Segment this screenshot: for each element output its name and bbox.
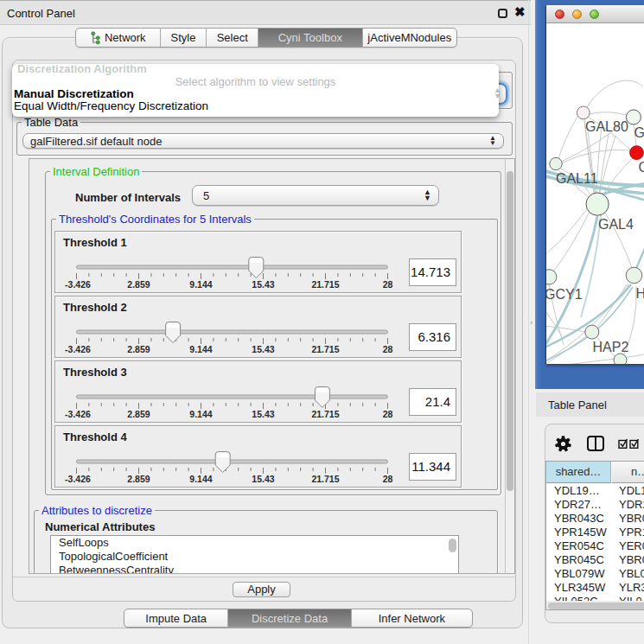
svg-text:GAL80: GAL80 xyxy=(585,119,628,134)
svg-text:GCY1: GCY1 xyxy=(546,287,583,302)
svg-text:C: C xyxy=(639,160,644,175)
svg-text:GAL11: GAL11 xyxy=(556,171,598,186)
svg-text:GAL4: GAL4 xyxy=(598,217,634,232)
svg-text:GA: GA xyxy=(634,125,644,140)
svg-text:H: H xyxy=(636,286,644,301)
svg-text:HAP2: HAP2 xyxy=(593,340,629,354)
